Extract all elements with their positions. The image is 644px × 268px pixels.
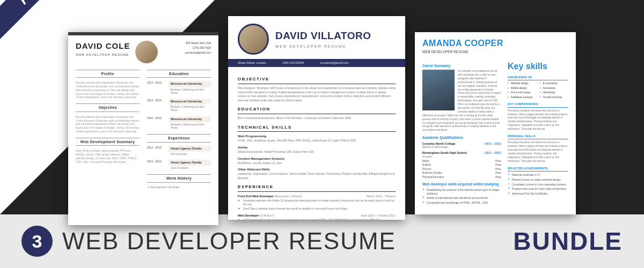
body-text: Results-oriented Web Application Develop… [76,81,140,100]
bullet: Comprehensive knowledge of HTML, XHTML, … [422,201,501,205]
bullet: Used Size to develop custom themes that … [238,207,396,211]
bullet: Developed websites with Adobe CQ allowin… [238,199,396,206]
bullet: Passed course on object oriented design. [508,178,568,182]
skills-grid: Website designE-commerce Mobile designAn… [508,82,568,99]
edu-row: 2013 - 2014Moscow art UniversityBachelor… [147,99,211,114]
section-heading: KNOWLEDGE OF [508,76,568,80]
footer-bundle: BUNDLE [513,227,623,256]
section-heading: KEY COMPETENCIES [508,102,568,107]
body-text: BS in Interactive Entertainment, Minor i… [238,116,396,121]
skill-heading: Adobe [238,145,396,150]
resume-cards: DAVID COLE WEB DEVELOPER RESUME 429 Stre… [0,16,644,214]
body-text: A Levels [422,155,501,159]
section-heading: Experience [147,134,211,142]
bullet: Establishing the purpose of the website … [422,188,501,196]
grade-row: EnglishPass [422,163,501,167]
avatar [422,70,455,110]
edu-row: 2012 - 2016Moscow art UniversityBachelor… [147,81,211,96]
body-text: ▸ Web Application Developer [147,186,211,189]
edu-row: 2016 - 2016Moscow art UniversityBachelor… [147,116,211,131]
body-text: Results-oriented Web Application Develop… [76,115,140,135]
footer-title: WEB DEVELOPER RESUME [62,228,396,255]
section-heading: Academic Qualifications [422,136,501,140]
section-heading: Work History [147,174,211,182]
grade-row: Business StudiesPass [422,172,501,175]
section-heading: SELECTED ACHIEVEMENTS [508,167,568,172]
section-heading: Objective [76,103,140,111]
r2-subtitle: WEB DEVELOPER RESUME [275,44,371,49]
qual-row: Birmingham South High School2011 – 2012 [422,151,501,155]
section-heading: OBJECTIVE [238,77,396,84]
body-text: Adobe Dreamweaver, Adobe Photoshop CS5, … [238,150,396,154]
r1-subtitle: WEB DEVELOPER RESUME [76,53,130,57]
r3-subtitle: WEB DEVELOPER RESUME [422,50,568,55]
avatar [238,24,269,55]
skill-heading: Other Relevant Skills [238,167,396,172]
bullet: Programmed code for mass data conversion… [508,187,568,191]
key-skills-title: Key skills [508,61,568,72]
body-text: HTML, CSS, JavaScript, jQuery, VALUES Fe… [238,139,396,143]
grade-row: MathsPass [422,160,501,163]
section-heading: Profile [76,70,140,78]
resume-card-1: DAVID COLE WEB DEVELOPER RESUME 429 Stre… [68,32,218,225]
section-heading: TECHNICAL SKILLS [238,125,396,132]
body-text: Providing innovative new ideas and solut… [508,141,568,163]
section-heading: Career Summary [422,64,501,69]
skill-heading: Content Management Systems [238,157,396,161]
r3-name: AMANDA COOPER [422,38,568,49]
r2-name: DAVID VILLATORO [275,29,371,43]
avatar [135,41,158,63]
section-heading: EXPERIENCE [238,184,396,192]
section-heading: Education [147,70,211,78]
body-text: Leadership, Organization, Communication,… [238,172,396,180]
job-row: Front End Web Developer Aphomniet | Ofic… [238,195,396,198]
body-text: WordPress, Joomla, Adobe CQ, Size [238,161,396,166]
body-text: Providing innovative new ideas and solut… [508,109,568,131]
grade-row: Physical EducationPass [422,176,501,179]
bullet: National certificate in IT. [508,173,568,177]
section-heading: Web developer skills acquired whilst stu… [422,182,501,187]
bullet: Collaborated with a web designer to prog… [238,219,396,220]
bullet: Aware of international web standards and… [422,196,501,200]
exp-row: 2013 - 2016Vimeo Agency FloridaSales Dev… [147,160,211,171]
grade-row: PhysicsPass [422,168,501,171]
bullet: Completed course in Linux operating syst… [508,183,568,187]
exp-row: 2012 - 2013Vimeo Agency FloridaWeb Devel… [147,146,211,157]
section-heading: EDUCATION [238,107,396,114]
resume-card-3: AMANDA COOPER WEB DEVELOPER RESUME Caree… [415,32,576,214]
qual-row: Coventry North College2011 – 2012 [422,142,501,146]
r1-name: DAVID COLE [76,41,130,51]
job-row: Web Developer UI Bullon IIApril 2010 – O… [238,214,396,218]
contact-bar: Green Street, London (134) 215-52544 you… [228,59,405,67]
count-badge: 3 [21,226,53,257]
body-text: Web Designer / Developer with 5 years of… [238,86,396,102]
bullet: Advanced First Aid Certificate. [508,192,568,196]
skill-heading: Web Programming [238,134,396,138]
section-heading: Web Development Summary [76,138,140,146]
resume-card-2: DAVID VILLATORO WEB DEVELOPER RESUME Gre… [228,16,405,220]
body-text: Diploma in Web Design [422,146,501,150]
section-heading: PERSONAL SKILLS [508,135,568,139]
body-text: Ruby, Ruby on Rails, object-oriented PHP… [76,149,140,175]
r1-contact: 429 Street, New York (175) 295-7624 youn… [185,41,211,55]
